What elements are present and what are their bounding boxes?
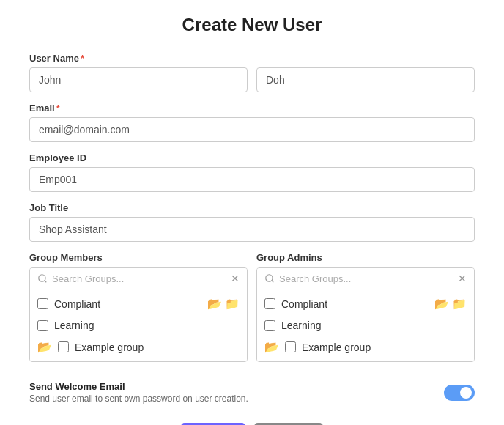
- group-admins-label: Group Admins: [256, 252, 475, 263]
- username-row: [29, 67, 475, 92]
- group-members-compliant-checkbox[interactable]: [37, 298, 48, 309]
- group-item-name: Example group: [75, 341, 144, 353]
- toggle-slider: [444, 385, 475, 401]
- username-label: User Name*: [29, 53, 475, 64]
- page-title: Create New User: [29, 15, 475, 35]
- group-admins-list: Compliant 📂 📁 Learning 📂 Example group: [257, 289, 474, 361]
- group-admins-search-row: ✕: [257, 268, 474, 289]
- group-members-search-row: ✕: [30, 268, 247, 289]
- group-admins-learning-checkbox[interactable]: [264, 320, 275, 331]
- username-first-input[interactable]: [29, 67, 248, 92]
- group-item-icons: 📂 📁: [434, 297, 467, 311]
- employee-id-group: Employee ID: [29, 152, 475, 192]
- svg-line-1: [45, 281, 47, 283]
- search-icon: [37, 273, 48, 284]
- group-members-clear-button[interactable]: ✕: [231, 273, 240, 284]
- send-email-text: Send Welcome Email Send user email to se…: [29, 381, 248, 404]
- employee-id-label: Employee ID: [29, 152, 475, 163]
- group-item-name: Example group: [302, 341, 371, 353]
- group-admins-box: ✕ Compliant 📂 📁 Learning 📂: [256, 267, 475, 362]
- username-group: User Name*: [29, 53, 475, 92]
- folder-open-icon: 📂: [264, 340, 279, 354]
- employee-id-input[interactable]: [29, 167, 475, 192]
- folder-icon: 📁: [225, 297, 240, 311]
- group-item-name: Compliant: [54, 298, 100, 310]
- job-title-group: Job Title: [29, 202, 475, 242]
- group-item-name: Learning: [54, 319, 94, 331]
- group-members-box: ✕ Compliant 📂 📁 Learning 📂: [29, 267, 248, 362]
- list-item: Learning: [257, 315, 474, 336]
- group-members-label: Group Members: [29, 252, 248, 263]
- list-item: Compliant 📂 📁: [257, 292, 474, 315]
- group-members-search-input[interactable]: [52, 273, 226, 284]
- list-item: Learning: [30, 315, 247, 336]
- folder-open-icon: 📂: [434, 297, 449, 311]
- group-item-name: Learning: [281, 319, 322, 331]
- list-item: Compliant 📂 📁: [30, 292, 247, 315]
- send-email-toggle[interactable]: [444, 385, 475, 401]
- svg-line-3: [272, 281, 274, 283]
- send-welcome-email-row: Send Welcome Email Send user email to se…: [29, 374, 475, 415]
- username-last-input[interactable]: [256, 67, 475, 92]
- svg-point-2: [266, 275, 273, 281]
- group-members-example-checkbox[interactable]: [58, 341, 69, 352]
- group-admins-example-checkbox[interactable]: [285, 341, 296, 352]
- svg-point-0: [39, 275, 45, 281]
- job-title-label: Job Title: [29, 202, 475, 213]
- group-admins-compliant-checkbox[interactable]: [264, 298, 275, 309]
- group-admins-search-input[interactable]: [279, 273, 453, 284]
- group-item-name: Compliant: [281, 298, 327, 310]
- group-admins-panel: Group Admins ✕ Compliant 📂 📁 Le: [256, 252, 475, 362]
- search-icon: [264, 273, 275, 284]
- email-input[interactable]: [29, 117, 475, 142]
- group-item-icons: 📂 📁: [207, 297, 240, 311]
- group-admins-clear-button[interactable]: ✕: [458, 273, 467, 284]
- job-title-input[interactable]: [29, 217, 475, 242]
- folder-open-icon: 📂: [207, 297, 222, 311]
- send-email-label: Send Welcome Email: [29, 381, 248, 392]
- list-item: 📂 Example group: [30, 336, 247, 358]
- group-members-list: Compliant 📂 📁 Learning 📂 Example group: [30, 289, 247, 361]
- folder-open-icon: 📂: [37, 340, 52, 354]
- list-item: 📂 Example group: [257, 336, 474, 358]
- folder-icon: 📁: [452, 297, 467, 311]
- email-group: Email*: [29, 103, 475, 142]
- send-email-description: Send user email to sent own password on …: [29, 393, 248, 404]
- group-members-learning-checkbox[interactable]: [37, 320, 48, 331]
- group-members-panel: Group Members ✕ Compliant 📂 📁 L: [29, 252, 248, 362]
- groups-section: Group Members ✕ Compliant 📂 📁 L: [29, 252, 475, 362]
- email-label: Email*: [29, 103, 475, 114]
